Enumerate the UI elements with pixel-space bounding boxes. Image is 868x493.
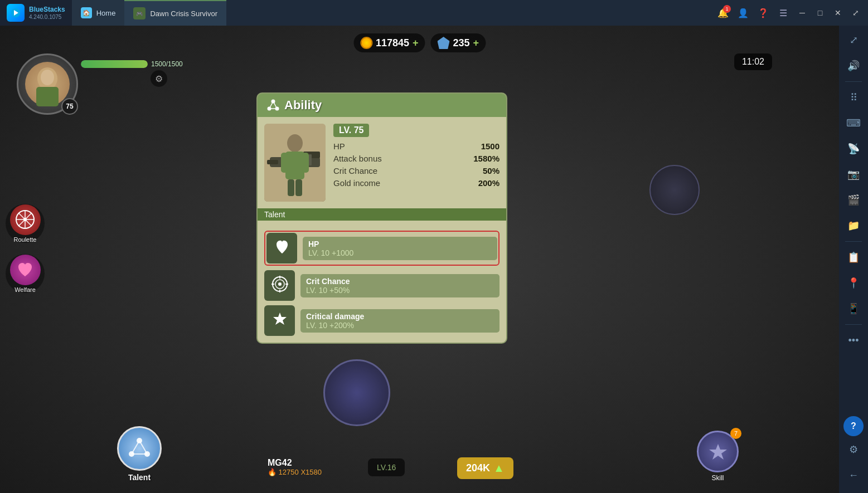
svg-point-10 [23,218,27,221]
avatar-level: 75 [61,98,78,115]
timer-value: 11:02 [742,57,764,66]
rs-expand-button[interactable]: ⤢ [841,28,866,52]
maximize-button[interactable]: □ [812,5,828,21]
bg-circle-2 [649,165,700,215]
rs-volume-button[interactable]: 🔊 [841,53,866,78]
help-button[interactable]: ❓ [754,4,772,22]
title-bar: BlueStacks 4.240.0.1075 🏠 Home 🎮 Dawn Cr… [0,0,868,26]
menu-button[interactable]: ☰ [774,4,792,22]
gems-add-button[interactable]: + [473,37,479,49]
talent-item-hp[interactable]: HP LV. 10 +1000 [264,231,500,266]
rs-divider-2 [845,241,862,242]
svg-rect-3 [36,87,59,106]
level-label: LV.16 [377,463,396,472]
welfare-label: Welfare [14,286,36,293]
rs-copy-button[interactable]: 📋 [841,245,866,270]
talent-hp-name: HP [308,240,492,248]
roulette-button[interactable]: Roulette [6,204,45,243]
svg-line-38 [132,441,139,454]
weapon-stats: 🔥 12750 X1580 [268,468,322,476]
talent-damage-icon [272,311,288,330]
svg-point-30 [278,282,282,286]
svg-rect-27 [295,179,302,196]
talent-button[interactable]: Talent [117,426,162,482]
talent-item-crit-chance[interactable]: Crit Chance LV. 10 +50% [264,270,500,301]
title-bar-controls: 🔔 1 👤 ❓ ☰ ─ □ ✕ ⤢ [714,4,868,22]
rs-help-button[interactable]: ? [843,416,864,436]
level-display: LV.16 [368,458,405,476]
game-icon: 🎮 [133,7,146,19]
stat-attack-value: 1580% [473,154,500,163]
weapon-multiplier: X1580 [300,468,322,476]
stat-hp-row: HP 1500 [333,141,500,151]
svg-line-14 [269,101,273,109]
rs-divider-3 [845,324,862,325]
talent-hp-info: HP LV. 10 +1000 [303,237,497,260]
svg-rect-24 [281,153,288,173]
score-up-icon: ▲ [493,462,505,475]
notification-button[interactable]: 🔔 1 [714,4,732,22]
skill-badge: 7 [730,428,741,439]
rs-broadcast-button[interactable]: 📡 [841,136,866,161]
account-button[interactable]: 👤 [734,4,752,22]
svg-marker-41 [709,444,727,460]
stat-gold-value: 200% [478,178,500,188]
svg-rect-20 [267,160,278,164]
talent-hp-icon [274,238,290,259]
svg-point-4 [41,70,54,85]
svg-line-15 [273,101,277,109]
rs-location-button[interactable]: 📍 [841,271,866,295]
ability-title: Ability [284,98,322,113]
stat-hp-label: HP [333,141,345,151]
talent-damage-name: Critical damage [306,312,494,321]
hp-bar-container: 1500/1500 [81,60,183,68]
talent-item-crit-damage[interactable]: Critical damage LV. 10 +200% [264,305,500,336]
hp-fill [81,60,148,68]
skill-button[interactable]: 7 Skill [697,431,739,482]
coins-add-button[interactable]: + [413,37,419,49]
score-display: 204K ▲ [457,457,513,479]
minimize-button[interactable]: ─ [794,5,810,21]
talent-hp-level: LV. 10 +1000 [308,248,492,257]
talent-list: HP LV. 10 +1000 [258,226,506,343]
ability-level-badge: LV. 75 [333,124,369,137]
svg-rect-21 [309,154,312,165]
tab-home[interactable]: 🏠 Home [72,0,125,26]
stat-attack-row: Attack bonus 1580% [333,154,500,163]
hp-text: 1500/1500 [151,60,183,68]
notification-badge: 1 [723,5,731,13]
rs-dots-button[interactable]: ⠿ [841,85,866,110]
ability-character-image [264,124,326,202]
settings-gear-button[interactable]: ⚙ [151,70,167,87]
talent-crit-icon [271,276,288,296]
roulette-icon [10,204,41,235]
talent-hp-icon-box [266,233,297,263]
weapon-damage: 🔥 12750 [268,468,299,476]
rs-settings-button[interactable]: ⚙ [841,437,866,462]
tab-game[interactable]: 🎮 Dawn Crisis Survivor [124,0,226,26]
stat-hp-value: 1500 [481,141,500,151]
score-value: 204K [466,462,490,474]
rs-more-button[interactable]: ••• [841,328,866,353]
left-sidebar-icons: Roulette Welfare [6,204,45,293]
rs-record-button[interactable]: 🎬 [841,188,866,212]
rs-divider-1 [845,81,862,82]
gems-display: 235 + [431,33,486,52]
coins-display: 117845 + [353,33,425,52]
close-button[interactable]: ✕ [830,5,846,21]
expand-button[interactable]: ⤢ [848,5,864,21]
rs-folder-button[interactable]: 📁 [841,213,866,238]
rs-phone-button[interactable]: 📱 [841,296,866,321]
rs-screenshot-button[interactable]: 📷 [841,162,866,187]
ability-stats: LV. 75 HP 1500 Attack bonus 1580% Crit C… [333,124,500,202]
rs-back-button[interactable]: ← [841,463,866,487]
talent-button-circle [117,426,162,471]
ability-header: Ability [258,94,506,117]
right-sidebar: ⤢ 🔊 ⠿ ⌨ 📡 📷 🎬 📁 📋 📍 📱 ••• ? ⚙ ← [839,0,868,493]
rs-keyboard-button[interactable]: ⌨ [841,111,866,135]
top-hud: 117845 + 235 + [353,33,486,52]
welfare-button[interactable]: Welfare [6,254,45,293]
hp-bar [81,60,148,68]
timer-display: 11:02 [734,53,772,70]
stat-gold-row: Gold income 200% [333,178,500,188]
